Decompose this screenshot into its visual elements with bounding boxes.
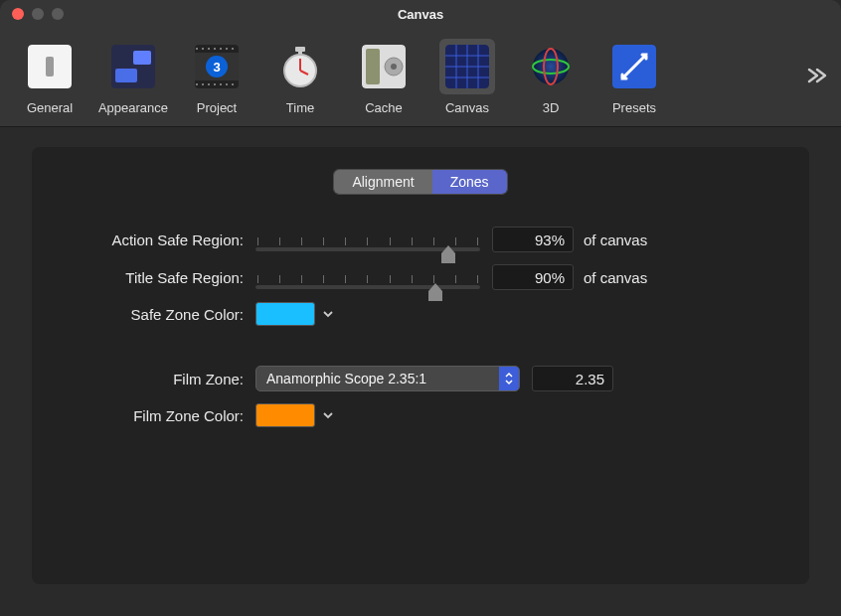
time-icon (278, 45, 322, 88)
toolbar-label: 3D (543, 100, 560, 115)
toolbar-item-project[interactable]: 3 Project (181, 39, 252, 115)
film-zone-color-row: Film Zone Color: (62, 403, 779, 427)
toolbar-item-time[interactable]: Time (264, 39, 336, 115)
film-zone-dropdown[interactable]: Anamorphic Scope 2.35:1 (255, 366, 520, 391)
svg-point-13 (226, 48, 228, 50)
svg-point-8 (196, 48, 198, 50)
slider-thumb-icon[interactable] (426, 283, 444, 303)
svg-text:3: 3 (213, 60, 220, 75)
safe-zone-color-label: Safe Zone Color: (62, 306, 255, 323)
action-safe-slider[interactable] (255, 228, 480, 251)
window-title: Canvas (398, 7, 443, 22)
toolbar-label: Presets (612, 100, 656, 115)
svg-point-9 (202, 48, 204, 50)
toolbar-label: Cache (365, 100, 403, 115)
svg-point-32 (391, 64, 397, 70)
slider-thumb-icon[interactable] (439, 245, 457, 265)
content-area: Alignment Zones Action Safe Region: 93% … (0, 127, 841, 604)
zoom-button[interactable] (52, 8, 64, 20)
svg-point-19 (220, 83, 222, 85)
title-safe-row: Title Safe Region: 90% of canvas (62, 264, 779, 290)
title-safe-slider[interactable] (255, 265, 480, 289)
cache-icon (362, 45, 406, 88)
svg-point-15 (196, 83, 198, 85)
svg-rect-3 (115, 69, 137, 82)
svg-point-17 (208, 83, 210, 85)
svg-point-20 (226, 83, 228, 85)
dropdown-stepper-icon (499, 367, 519, 390)
title-safe-value[interactable]: 90% (492, 264, 574, 290)
tab-zones[interactable]: Zones (432, 170, 507, 194)
toolbar-item-general[interactable]: General (14, 39, 85, 115)
tab-switcher: Alignment Zones (62, 169, 779, 195)
title-safe-suffix: of canvas (584, 269, 647, 286)
svg-point-14 (232, 48, 234, 50)
svg-point-18 (214, 83, 216, 85)
chevron-down-icon[interactable] (321, 307, 335, 321)
film-zone-ratio-value[interactable]: 2.35 (532, 366, 613, 391)
film-zone-color-label: Film Zone Color: (62, 407, 255, 424)
title-safe-label: Title Safe Region: (62, 269, 255, 286)
svg-point-11 (214, 48, 216, 50)
appearance-icon (111, 45, 155, 88)
film-zone-dropdown-value: Anamorphic Scope 2.35:1 (266, 371, 426, 386)
general-icon (28, 45, 72, 88)
action-safe-value[interactable]: 93% (492, 227, 574, 252)
action-safe-row: Action Safe Region: 93% of canvas (62, 227, 779, 252)
project-icon: 3 (195, 45, 239, 88)
toolbar-label: Time (286, 100, 314, 115)
svg-rect-30 (366, 49, 380, 84)
tab-alignment[interactable]: Alignment (334, 170, 431, 194)
action-safe-label: Action Safe Region: (62, 231, 255, 248)
svg-point-21 (232, 83, 234, 85)
svg-marker-45 (428, 283, 442, 301)
safe-zone-color-row: Safe Zone Color: (62, 302, 779, 326)
action-safe-suffix: of canvas (584, 231, 647, 248)
svg-point-12 (220, 48, 222, 50)
presets-icon (612, 45, 656, 88)
canvas-icon (445, 45, 489, 88)
toolbar-label: General (27, 100, 73, 115)
film-zone-color-well[interactable] (255, 403, 315, 427)
toolbar-label: Appearance (98, 100, 168, 115)
svg-marker-44 (441, 245, 455, 263)
toolbar-label: Canvas (445, 100, 489, 115)
film-zone-row: Film Zone: Anamorphic Scope 2.35:1 2.35 (62, 366, 779, 391)
svg-point-10 (208, 48, 210, 50)
safe-zone-color-well[interactable] (255, 302, 315, 326)
chevron-down-icon[interactable] (321, 408, 335, 422)
svg-point-40 (533, 49, 569, 84)
toolbar-item-cache[interactable]: Cache (348, 39, 420, 115)
traffic-lights (0, 8, 64, 20)
toolbar-label: Project (197, 100, 237, 115)
toolbar: General Appearance 3 Project Time Cache … (0, 28, 841, 127)
toolbar-overflow-icon[interactable] (805, 66, 829, 85)
toolbar-item-3d[interactable]: 3D (515, 39, 587, 115)
close-button[interactable] (12, 8, 24, 20)
toolbar-item-canvas[interactable]: Canvas (431, 39, 503, 115)
svg-rect-4 (133, 51, 151, 65)
svg-point-16 (202, 83, 204, 85)
toolbar-item-appearance[interactable]: Appearance (97, 39, 169, 115)
titlebar: Canvas (0, 0, 841, 28)
toolbar-item-presets[interactable]: Presets (598, 39, 670, 115)
preferences-pane: Alignment Zones Action Safe Region: 93% … (32, 147, 809, 584)
film-zone-label: Film Zone: (62, 371, 255, 387)
3d-icon (529, 45, 573, 88)
svg-rect-1 (46, 57, 54, 77)
minimize-button[interactable] (32, 8, 44, 20)
